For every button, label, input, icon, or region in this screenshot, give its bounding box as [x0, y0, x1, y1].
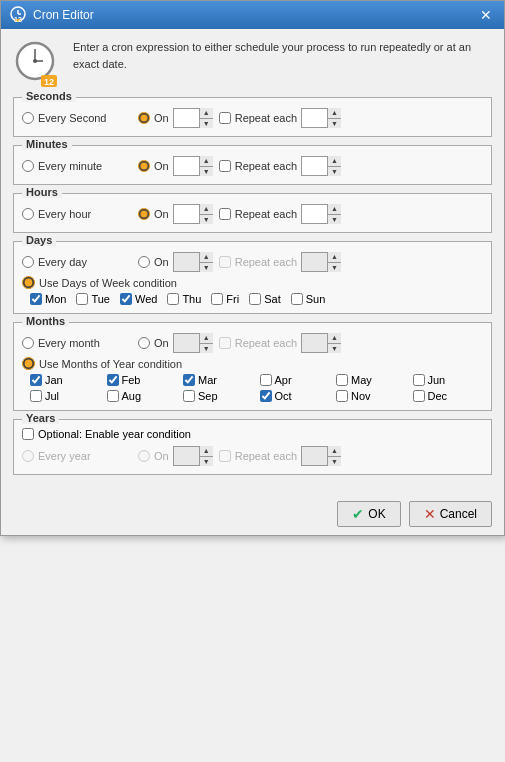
seconds-every-radio-input[interactable] — [22, 112, 34, 124]
years-every-radio[interactable]: Every year — [22, 450, 132, 462]
months-on-down[interactable]: ▼ — [200, 344, 213, 354]
months-every-radio-input[interactable] — [22, 337, 34, 349]
month-jun[interactable]: Jun — [413, 374, 484, 386]
minutes-every-radio-input[interactable] — [22, 160, 34, 172]
hours-repeat-up[interactable]: ▲ — [328, 204, 341, 215]
minutes-repeat-up[interactable]: ▲ — [328, 156, 341, 167]
seconds-every-radio[interactable]: Every Second — [22, 112, 132, 124]
days-on-radio[interactable]: On — [138, 256, 169, 268]
years-repeat-up[interactable]: ▲ — [328, 446, 341, 457]
month-aug[interactable]: Aug — [107, 390, 178, 402]
seconds-repeat-checkbox[interactable] — [219, 112, 231, 124]
month-mar[interactable]: Mar — [183, 374, 254, 386]
seconds-repeat-up[interactable]: ▲ — [328, 108, 341, 119]
hours-on-radio[interactable]: On — [138, 208, 169, 220]
minutes-every-radio[interactable]: Every minute — [22, 160, 132, 172]
day-sat[interactable]: Sat — [249, 293, 281, 305]
month-nov-checkbox[interactable] — [336, 390, 348, 402]
month-oct[interactable]: Oct — [260, 390, 331, 402]
months-on-radio[interactable]: On — [138, 337, 169, 349]
days-on-up[interactable]: ▲ — [200, 252, 213, 263]
close-button[interactable]: ✕ — [476, 5, 496, 25]
month-jun-checkbox[interactable] — [413, 374, 425, 386]
days-repeat-up[interactable]: ▲ — [328, 252, 341, 263]
years-repeat-checkbox[interactable] — [219, 450, 231, 462]
seconds-on-down[interactable]: ▼ — [200, 119, 213, 129]
hours-every-radio[interactable]: Every hour — [22, 208, 132, 220]
days-every-radio[interactable]: Every day — [22, 256, 132, 268]
month-dec[interactable]: Dec — [413, 390, 484, 402]
day-wed[interactable]: Wed — [120, 293, 157, 305]
months-every-radio[interactable]: Every month — [22, 337, 132, 349]
months-on-up[interactable]: ▲ — [200, 333, 213, 344]
month-feb-checkbox[interactable] — [107, 374, 119, 386]
month-sep-checkbox[interactable] — [183, 390, 195, 402]
month-jul-checkbox[interactable] — [30, 390, 42, 402]
months-repeat-up[interactable]: ▲ — [328, 333, 341, 344]
days-repeat-down[interactable]: ▼ — [328, 263, 341, 273]
years-repeat-down[interactable]: ▼ — [328, 457, 341, 467]
month-jan-checkbox[interactable] — [30, 374, 42, 386]
month-sep[interactable]: Sep — [183, 390, 254, 402]
month-jan[interactable]: Jan — [30, 374, 101, 386]
month-nov[interactable]: Nov — [336, 390, 407, 402]
month-dec-checkbox[interactable] — [413, 390, 425, 402]
seconds-on-radio[interactable]: On — [138, 112, 169, 124]
cancel-button[interactable]: ✕ Cancel — [409, 501, 492, 527]
hours-on-up[interactable]: ▲ — [200, 204, 213, 215]
years-optional-check-label[interactable]: Optional: Enable year condition — [22, 428, 191, 440]
minutes-on-down[interactable]: ▼ — [200, 167, 213, 177]
minutes-repeat-checkbox[interactable] — [219, 160, 231, 172]
day-tue[interactable]: Tue — [76, 293, 110, 305]
hours-repeat-checkbox[interactable] — [219, 208, 231, 220]
day-fri-checkbox[interactable] — [211, 293, 223, 305]
month-may[interactable]: May — [336, 374, 407, 386]
ok-button[interactable]: ✔ OK — [337, 501, 400, 527]
month-feb[interactable]: Feb — [107, 374, 178, 386]
seconds-on-up[interactable]: ▲ — [200, 108, 213, 119]
seconds-on-radio-input[interactable] — [138, 112, 150, 124]
years-repeat-check[interactable]: Repeat each — [219, 450, 297, 462]
month-may-checkbox[interactable] — [336, 374, 348, 386]
hours-every-radio-input[interactable] — [22, 208, 34, 220]
month-aug-checkbox[interactable] — [107, 390, 119, 402]
days-repeat-checkbox[interactable] — [219, 256, 231, 268]
hours-on-down[interactable]: ▼ — [200, 215, 213, 225]
years-on-radio[interactable]: On — [138, 450, 169, 462]
minutes-on-up[interactable]: ▲ — [200, 156, 213, 167]
day-tue-checkbox[interactable] — [76, 293, 88, 305]
years-every-radio-input[interactable] — [22, 450, 34, 462]
month-mar-checkbox[interactable] — [183, 374, 195, 386]
minutes-repeat-down[interactable]: ▼ — [328, 167, 341, 177]
years-optional-checkbox[interactable] — [22, 428, 34, 440]
seconds-repeat-check[interactable]: Repeat each — [219, 112, 297, 124]
seconds-repeat-down[interactable]: ▼ — [328, 119, 341, 129]
month-oct-checkbox[interactable] — [260, 390, 272, 402]
hours-on-radio-input[interactable] — [138, 208, 150, 220]
day-sun[interactable]: Sun — [291, 293, 326, 305]
months-use-condition-radio[interactable] — [22, 357, 35, 370]
minutes-on-radio[interactable]: On — [138, 160, 169, 172]
days-repeat-check[interactable]: Repeat each — [219, 256, 297, 268]
days-on-radio-input[interactable] — [138, 256, 150, 268]
month-apr[interactable]: Apr — [260, 374, 331, 386]
day-thu[interactable]: Thu — [167, 293, 201, 305]
day-mon[interactable]: Mon — [30, 293, 66, 305]
months-repeat-check[interactable]: Repeat each — [219, 337, 297, 349]
day-thu-checkbox[interactable] — [167, 293, 179, 305]
hours-repeat-down[interactable]: ▼ — [328, 215, 341, 225]
day-fri[interactable]: Fri — [211, 293, 239, 305]
months-repeat-checkbox[interactable] — [219, 337, 231, 349]
month-apr-checkbox[interactable] — [260, 374, 272, 386]
hours-repeat-check[interactable]: Repeat each — [219, 208, 297, 220]
years-on-down[interactable]: ▼ — [200, 457, 213, 467]
minutes-repeat-check[interactable]: Repeat each — [219, 160, 297, 172]
day-sat-checkbox[interactable] — [249, 293, 261, 305]
day-mon-checkbox[interactable] — [30, 293, 42, 305]
day-wed-checkbox[interactable] — [120, 293, 132, 305]
minutes-on-radio-input[interactable] — [138, 160, 150, 172]
month-jul[interactable]: Jul — [30, 390, 101, 402]
years-on-up[interactable]: ▲ — [200, 446, 213, 457]
day-sun-checkbox[interactable] — [291, 293, 303, 305]
months-on-radio-input[interactable] — [138, 337, 150, 349]
